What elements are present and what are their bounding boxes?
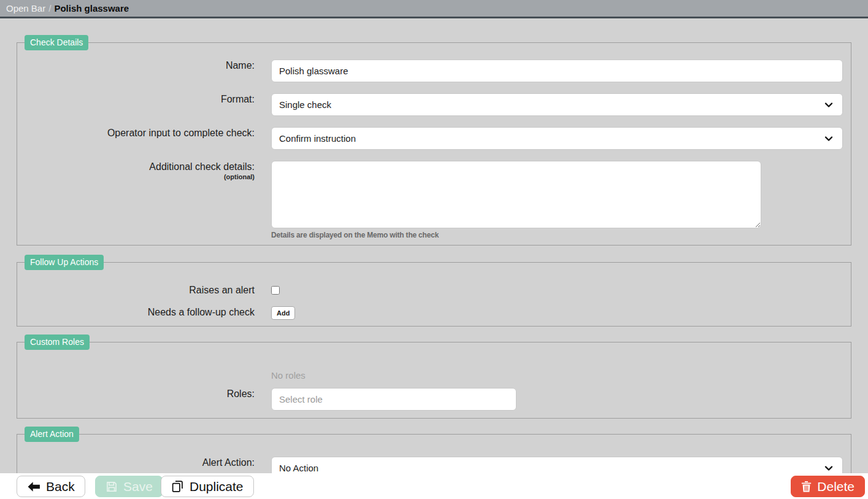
name-label: Name:: [17, 60, 255, 71]
chevron-down-icon: [824, 463, 834, 473]
roles-label: Roles:: [17, 389, 255, 400]
save-button-label: Save: [123, 479, 153, 494]
duplicate-button[interactable]: Duplicate: [161, 476, 254, 497]
follow-up-actions-panel: Follow Up Actions Raises an alert Needs …: [17, 262, 851, 327]
alert-action-select-value: No Action: [279, 463, 824, 473]
check-editor-page: Open Bar / Polish glassware Check Detail…: [0, 0, 868, 499]
arrow-left-icon: [27, 481, 40, 492]
follow-up-check-label: Needs a follow-up check: [17, 307, 255, 318]
roles-select-input[interactable]: [271, 388, 517, 411]
trash-icon: [801, 481, 812, 492]
back-button-label: Back: [46, 479, 75, 494]
format-label: Format:: [17, 94, 255, 105]
check-details-legend: Check Details: [25, 35, 88, 50]
raises-alert-checkbox[interactable]: [271, 286, 280, 295]
additional-details-hint: Details are displayed on the Memo with t…: [271, 231, 439, 239]
operator-input-select-value: Confirm instruction: [279, 133, 824, 144]
no-roles-text: No roles: [271, 370, 305, 381]
format-select[interactable]: Single check: [271, 93, 843, 116]
floppy-disk-icon: [106, 481, 118, 493]
custom-roles-panel: Custom Roles No roles Roles:: [17, 342, 851, 419]
copy-pages-icon: [171, 480, 184, 493]
format-select-value: Single check: [279, 99, 824, 110]
action-bar: Back Save Duplicate Delete: [0, 473, 868, 499]
chevron-down-icon: [824, 134, 834, 144]
alert-action-legend: Alert Action: [25, 427, 79, 442]
raises-alert-label: Raises an alert: [17, 285, 255, 296]
delete-button[interactable]: Delete: [791, 476, 865, 497]
duplicate-button-label: Duplicate: [190, 479, 244, 494]
breadcrumb-parent-link[interactable]: Open Bar: [6, 3, 45, 14]
check-details-panel: Check Details Name: Format: Single check…: [17, 42, 851, 246]
alert-action-label: Alert Action:: [17, 457, 255, 468]
back-button[interactable]: Back: [17, 476, 85, 497]
custom-roles-legend: Custom Roles: [25, 335, 90, 350]
name-input[interactable]: [271, 60, 843, 82]
additional-details-label: Additional check details:: [17, 161, 255, 172]
save-button[interactable]: Save: [95, 476, 163, 497]
breadcrumb-separator: /: [48, 3, 51, 14]
operator-input-select[interactable]: Confirm instruction: [271, 127, 843, 150]
operator-input-label: Operator input to complete check:: [17, 128, 255, 139]
additional-details-textarea[interactable]: [271, 161, 761, 228]
delete-button-label: Delete: [817, 479, 855, 494]
breadcrumb-current: Polish glassware: [54, 3, 129, 14]
follow-up-actions-legend: Follow Up Actions: [25, 255, 104, 270]
chevron-down-icon: [824, 100, 834, 110]
optional-note: (optional): [17, 173, 255, 180]
add-follow-up-button[interactable]: Add: [271, 306, 295, 320]
breadcrumb: Open Bar / Polish glassware: [0, 0, 868, 18]
